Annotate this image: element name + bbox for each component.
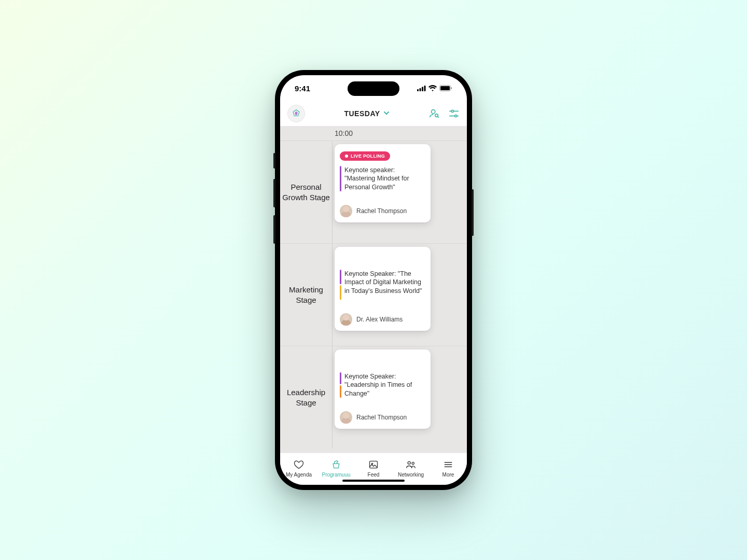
tab-label: More [442, 472, 454, 478]
stage-row-leadership: Leadership Stage Keynote Speaker: "Leade… [280, 346, 467, 449]
speaker-name: Dr. Alex Williams [356, 316, 403, 323]
home-indicator[interactable] [342, 480, 405, 482]
status-indicators [417, 84, 452, 93]
tab-networking[interactable]: Networking [392, 459, 430, 478]
stage-label: Leadership Stage [280, 346, 332, 449]
tab-feed[interactable]: Feed [355, 459, 392, 478]
session-card[interactable]: LIVE POLLING Keynote speaker: "Mastering… [335, 144, 431, 222]
phone-frame: 9:41 TUESDAY [275, 70, 472, 490]
stage-row-marketing: Marketing Stage Keynote Speaker: "The Im… [280, 243, 467, 346]
avatar [340, 411, 352, 424]
filter-icon[interactable] [448, 108, 460, 119]
tab-label: Programuuu [322, 472, 350, 478]
tab-label: My Agenda [286, 472, 312, 478]
dynamic-island [348, 81, 399, 96]
day-selector[interactable]: TUESDAY [344, 109, 389, 118]
tab-program[interactable]: Programuuu [317, 459, 355, 478]
tab-more[interactable]: More [430, 459, 467, 478]
status-time: 9:41 [295, 84, 310, 93]
svg-rect-2 [422, 87, 423, 91]
svg-point-8 [435, 114, 438, 117]
track-accent [340, 372, 341, 398]
svg-point-10 [455, 115, 457, 117]
session-card[interactable]: Keynote Speaker: "The Impact of Digital … [335, 247, 431, 331]
stage-label: Marketing Stage [280, 244, 332, 346]
battery-icon [439, 84, 452, 93]
svg-rect-5 [440, 86, 450, 90]
svg-point-14 [412, 462, 414, 464]
live-dot-icon [345, 155, 348, 158]
stage-column: LIVE POLLING Keynote speaker: "Mastering… [332, 141, 467, 243]
people-icon [405, 459, 417, 470]
stage-label: Personal Growth Stage [280, 141, 332, 243]
user-search-icon[interactable] [428, 108, 440, 119]
tab-label: Networking [398, 472, 424, 478]
app-header: TUESDAY [280, 101, 467, 126]
power-button [472, 189, 474, 236]
time-marker: 10:00 [280, 126, 467, 141]
svg-rect-1 [420, 88, 421, 91]
session-title: Keynote Speaker: "The Impact of Digital … [344, 270, 425, 300]
stage-column: Keynote Speaker: "Leadership in Times of… [332, 346, 467, 449]
heart-icon [293, 459, 305, 470]
badge-text: LIVE POLLING [351, 153, 385, 159]
day-label: TUESDAY [344, 109, 380, 118]
volume-up-button [273, 179, 275, 207]
session-title: Keynote speaker: "Mastering Mindset for … [344, 166, 425, 191]
timeline[interactable]: 10:00 Personal Growth Stage LIVE POLLING [280, 126, 467, 453]
speaker-chip: Rachel Thompson [340, 205, 425, 217]
svg-rect-6 [451, 87, 452, 89]
volume-down-button [273, 215, 275, 244]
session-card[interactable]: Keynote Speaker: "Leadership in Times of… [335, 349, 431, 429]
wifi-icon [428, 84, 437, 93]
speaker-name: Rachel Thompson [356, 207, 407, 215]
speaker-chip: Rachel Thompson [340, 411, 425, 424]
podium-icon [330, 459, 342, 470]
app-logo[interactable] [287, 105, 305, 122]
stage-column: Keynote Speaker: "The Impact of Digital … [332, 244, 467, 346]
svg-point-13 [408, 461, 410, 464]
session-title: Keynote Speaker: "Leadership in Times of… [344, 372, 425, 398]
avatar [340, 205, 352, 217]
image-icon [368, 459, 379, 470]
tab-my-agenda[interactable]: My Agenda [280, 459, 317, 478]
svg-rect-11 [370, 461, 378, 468]
screen: 9:41 TUESDAY [280, 75, 467, 485]
track-accent [340, 166, 341, 191]
live-polling-badge: LIVE POLLING [340, 151, 390, 161]
speaker-chip: Dr. Alex Williams [340, 313, 425, 326]
tab-label: Feed [368, 472, 380, 478]
timeline-rows: Personal Growth Stage LIVE POLLING [280, 141, 467, 453]
svg-rect-3 [424, 86, 426, 91]
chevron-down-icon [383, 109, 390, 118]
track-accent [340, 270, 341, 300]
avatar [340, 313, 352, 326]
menu-icon [442, 459, 454, 470]
speaker-name: Rachel Thompson [356, 414, 407, 421]
cellular-icon [417, 84, 426, 93]
svg-rect-0 [417, 89, 419, 91]
svg-point-7 [432, 110, 435, 114]
stage-row-personal-growth: Personal Growth Stage LIVE POLLING [280, 141, 467, 243]
svg-point-9 [451, 110, 453, 112]
header-actions [428, 108, 460, 119]
side-button [273, 153, 275, 169]
